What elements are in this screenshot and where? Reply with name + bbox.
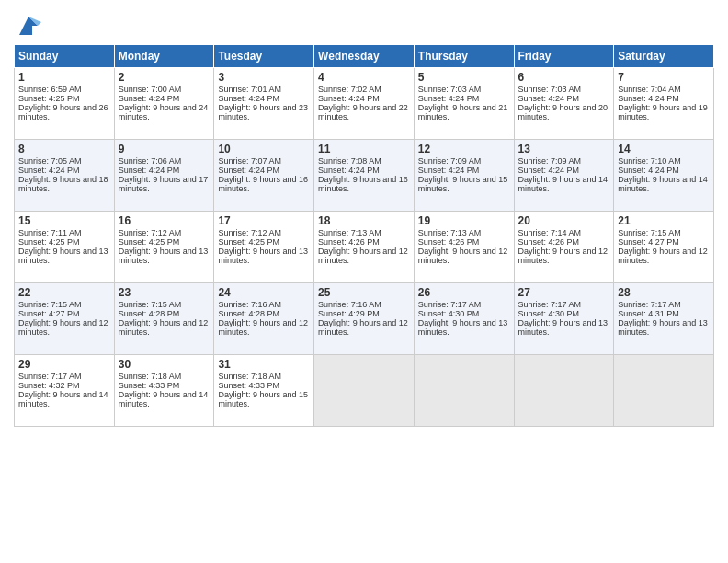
weekday-header-sunday: Sunday — [15, 45, 115, 68]
daylight-label: Daylight: 9 hours and 16 minutes. — [218, 175, 308, 193]
day-number: 9 — [119, 143, 210, 155]
day-number: 21 — [618, 214, 710, 227]
sunrise-label: Sunrise: 7:18 AM — [218, 372, 281, 381]
weekday-header-monday: Monday — [114, 45, 214, 68]
day-number: 10 — [218, 143, 310, 155]
sunrise-label: Sunrise: 7:07 AM — [218, 156, 281, 166]
calendar-day-4: 4Sunrise: 7:02 AMSunset: 4:24 PMDaylight… — [314, 68, 415, 140]
weekday-header-friday: Friday — [514, 45, 614, 68]
weekday-header-wednesday: Wednesday — [314, 45, 415, 68]
sunrise-label: Sunrise: 7:02 AM — [318, 85, 381, 94]
sunrise-label: Sunrise: 7:00 AM — [119, 85, 182, 94]
daylight-label: Daylight: 9 hours and 23 minutes. — [218, 103, 308, 121]
sunrise-label: Sunrise: 7:15 AM — [119, 300, 182, 309]
calendar-day-12: 12Sunrise: 7:09 AMSunset: 4:24 PMDayligh… — [414, 140, 514, 212]
calendar-day-25: 25Sunrise: 7:16 AMSunset: 4:29 PMDayligh… — [314, 283, 415, 355]
daylight-label: Daylight: 9 hours and 12 minutes. — [318, 247, 408, 265]
day-number: 29 — [18, 358, 110, 371]
day-number: 8 — [18, 143, 110, 155]
calendar-week-4: 22Sunrise: 7:15 AMSunset: 4:27 PMDayligh… — [15, 283, 714, 355]
weekday-header-thursday: Thursday — [414, 45, 514, 68]
calendar-day-3: 3Sunrise: 7:01 AMSunset: 4:24 PMDaylight… — [214, 68, 314, 140]
sunrise-label: Sunrise: 7:13 AM — [318, 228, 381, 237]
daylight-label: Daylight: 9 hours and 13 minutes. — [518, 318, 609, 337]
day-number: 30 — [119, 358, 210, 371]
sunrise-label: Sunrise: 7:14 AM — [518, 228, 582, 237]
sunrise-label: Sunrise: 7:17 AM — [518, 300, 582, 309]
day-number: 2 — [119, 71, 210, 84]
day-number: 13 — [518, 143, 610, 155]
daylight-label: Daylight: 9 hours and 12 minutes. — [18, 318, 108, 337]
daylight-label: Daylight: 9 hours and 18 minutes. — [18, 175, 108, 193]
day-number: 15 — [18, 214, 110, 227]
daylight-label: Daylight: 9 hours and 12 minutes. — [418, 247, 508, 265]
daylight-label: Daylight: 9 hours and 13 minutes. — [18, 247, 108, 265]
day-number: 24 — [218, 286, 310, 299]
day-number: 14 — [618, 143, 710, 155]
daylight-label: Daylight: 9 hours and 14 minutes. — [18, 390, 108, 408]
calendar-day-19: 19Sunrise: 7:13 AMSunset: 4:26 PMDayligh… — [414, 212, 514, 283]
daylight-label: Daylight: 9 hours and 22 minutes. — [318, 103, 408, 121]
day-number: 6 — [518, 71, 610, 84]
sunset-label: Sunset: 4:33 PM — [218, 381, 279, 390]
sunrise-label: Sunrise: 7:01 AM — [218, 85, 281, 94]
weekday-header-saturday: Saturday — [614, 45, 714, 68]
daylight-label: Daylight: 9 hours and 12 minutes. — [218, 318, 308, 337]
daylight-label: Daylight: 9 hours and 15 minutes. — [218, 390, 308, 408]
sunset-label: Sunset: 4:25 PM — [218, 237, 279, 247]
sunset-label: Sunset: 4:24 PM — [218, 94, 279, 103]
sunrise-label: Sunrise: 7:16 AM — [218, 300, 281, 309]
calendar-empty-cell — [414, 355, 514, 427]
sunrise-label: Sunrise: 7:16 AM — [318, 300, 381, 309]
calendar-day-24: 24Sunrise: 7:16 AMSunset: 4:28 PMDayligh… — [214, 283, 314, 355]
sunset-label: Sunset: 4:24 PM — [518, 94, 580, 103]
sunset-label: Sunset: 4:25 PM — [18, 237, 80, 247]
sunset-label: Sunset: 4:31 PM — [618, 309, 679, 318]
calendar-week-2: 8Sunrise: 7:05 AMSunset: 4:24 PMDaylight… — [15, 140, 714, 212]
sunset-label: Sunset: 4:24 PM — [518, 166, 580, 175]
daylight-label: Daylight: 9 hours and 16 minutes. — [318, 175, 408, 193]
day-number: 25 — [318, 286, 410, 299]
daylight-label: Daylight: 9 hours and 17 minutes. — [119, 175, 209, 193]
sunset-label: Sunset: 4:26 PM — [318, 237, 380, 247]
sunrise-label: Sunrise: 7:12 AM — [119, 228, 182, 237]
calendar-week-1: 1Sunrise: 6:59 AMSunset: 4:25 PMDaylight… — [15, 68, 714, 140]
logo — [14, 13, 41, 39]
calendar-day-20: 20Sunrise: 7:14 AMSunset: 4:26 PMDayligh… — [514, 212, 614, 283]
calendar-day-14: 14Sunrise: 7:10 AMSunset: 4:24 PMDayligh… — [614, 140, 714, 212]
day-number: 7 — [618, 71, 710, 84]
calendar-week-5: 29Sunrise: 7:17 AMSunset: 4:32 PMDayligh… — [15, 355, 714, 427]
sunrise-label: Sunrise: 7:08 AM — [318, 156, 381, 166]
day-number: 16 — [119, 214, 210, 227]
day-number: 11 — [318, 143, 410, 155]
daylight-label: Daylight: 9 hours and 12 minutes. — [618, 247, 708, 265]
daylight-label: Daylight: 9 hours and 12 minutes. — [518, 247, 609, 265]
calendar-day-10: 10Sunrise: 7:07 AMSunset: 4:24 PMDayligh… — [214, 140, 314, 212]
day-number: 18 — [318, 214, 410, 227]
sunset-label: Sunset: 4:27 PM — [618, 237, 679, 247]
sunrise-label: Sunrise: 7:04 AM — [618, 85, 681, 94]
sunset-label: Sunset: 4:24 PM — [418, 94, 480, 103]
sunset-label: Sunset: 4:25 PM — [119, 237, 180, 247]
calendar-week-3: 15Sunrise: 7:11 AMSunset: 4:25 PMDayligh… — [15, 212, 714, 283]
sunrise-label: Sunrise: 7:18 AM — [119, 372, 182, 381]
weekday-header-tuesday: Tuesday — [214, 45, 314, 68]
sunset-label: Sunset: 4:30 PM — [418, 309, 480, 318]
day-number: 20 — [518, 214, 610, 227]
sunrise-label: Sunrise: 7:03 AM — [518, 85, 582, 94]
day-number: 19 — [418, 214, 510, 227]
calendar-day-8: 8Sunrise: 7:05 AMSunset: 4:24 PMDaylight… — [15, 140, 115, 212]
calendar-day-17: 17Sunrise: 7:12 AMSunset: 4:25 PMDayligh… — [214, 212, 314, 283]
day-number: 12 — [418, 143, 510, 155]
calendar-day-21: 21Sunrise: 7:15 AMSunset: 4:27 PMDayligh… — [614, 212, 714, 283]
calendar-day-1: 1Sunrise: 6:59 AMSunset: 4:25 PMDaylight… — [15, 68, 115, 140]
calendar-day-26: 26Sunrise: 7:17 AMSunset: 4:30 PMDayligh… — [414, 283, 514, 355]
calendar-day-16: 16Sunrise: 7:12 AMSunset: 4:25 PMDayligh… — [114, 212, 214, 283]
day-number: 5 — [418, 71, 510, 84]
calendar-day-31: 31Sunrise: 7:18 AMSunset: 4:33 PMDayligh… — [214, 355, 314, 427]
calendar-day-23: 23Sunrise: 7:15 AMSunset: 4:28 PMDayligh… — [114, 283, 214, 355]
sunrise-label: Sunrise: 7:13 AM — [418, 228, 482, 237]
sunset-label: Sunset: 4:27 PM — [18, 309, 80, 318]
daylight-label: Daylight: 9 hours and 13 minutes. — [618, 318, 708, 337]
calendar-day-28: 28Sunrise: 7:17 AMSunset: 4:31 PMDayligh… — [614, 283, 714, 355]
